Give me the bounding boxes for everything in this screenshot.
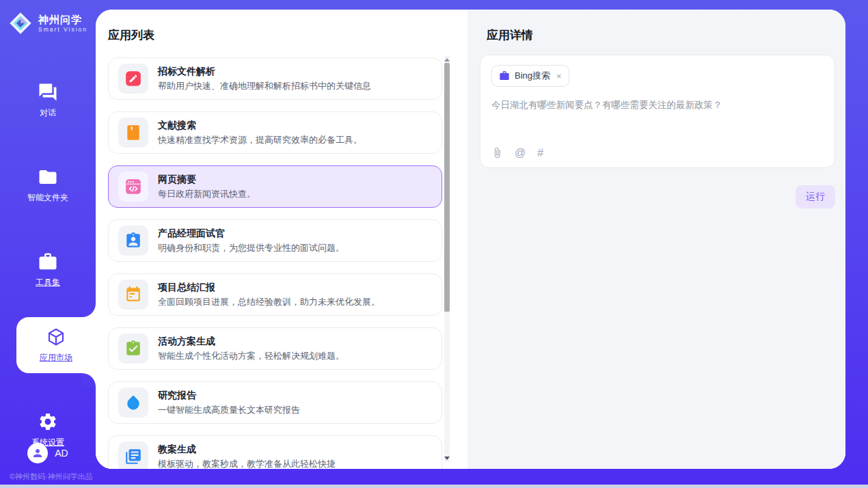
prompt-text[interactable]: 今日湖北有哪些新闻要点？有哪些需要关注的最新政策？ bbox=[491, 99, 824, 111]
prompt-card: Bing搜索 × 今日湖北有哪些新闻要点？有哪些需要关注的最新政策？ @ # bbox=[480, 55, 835, 168]
briefcase-icon bbox=[499, 70, 510, 81]
app-card[interactable]: 研究报告 一键智能生成高质量长文本研究报告 bbox=[108, 381, 442, 424]
input-toolbar: @ # bbox=[491, 147, 543, 159]
app-card-description: 帮助用户快速、准确地理解和解析招标书中的关键信息 bbox=[158, 80, 371, 92]
scroll-up-arrow-icon[interactable] bbox=[444, 58, 450, 62]
app-card-description: 明确身份和职责，为您提供专业性的面试问题。 bbox=[158, 242, 344, 254]
attachment-icon[interactable] bbox=[491, 147, 503, 159]
app-card-description: 一键智能生成高质量长文本研究报告 bbox=[158, 404, 300, 416]
app-detail-title: 应用详情 bbox=[487, 27, 533, 43]
app-card-icon-box bbox=[118, 334, 148, 364]
app-cards: 招标文件解析 帮助用户快速、准确地理解和解析招标书中的关键信息 文献搜索 快速精… bbox=[108, 57, 442, 469]
app-card-title: 研究报告 bbox=[158, 390, 300, 402]
app-card-title: 活动方案生成 bbox=[158, 336, 344, 348]
avatar[interactable] bbox=[27, 443, 48, 463]
sidebar-item-icon bbox=[38, 82, 58, 103]
app-card-description: 全面回顾项目进展，总结经验教训，助力未来优化发展。 bbox=[158, 296, 380, 308]
app-card-icon bbox=[124, 232, 142, 249]
run-button[interactable]: 运行 bbox=[796, 185, 835, 208]
app-card-icon bbox=[124, 70, 142, 87]
app-card-description: 每日政府新闻资讯快查。 bbox=[158, 188, 256, 200]
sidebar-nav: 对话 智能文件夹 工具集 应用市场 bbox=[0, 63, 96, 458]
app-list-title: 应用列表 bbox=[108, 27, 154, 43]
sidebar-item-icon bbox=[38, 167, 58, 187]
app-card-icon bbox=[124, 340, 142, 357]
app-card-icon bbox=[124, 124, 142, 141]
user-name: AD bbox=[55, 448, 68, 459]
sidebar: 神州问学 Smart Vision 对话 智能文件夹 bbox=[0, 0, 96, 488]
sidebar-item[interactable]: 对话 bbox=[0, 63, 96, 128]
app-card-icon-box bbox=[118, 226, 148, 256]
brand-logo-icon bbox=[8, 11, 33, 36]
chip-close-icon[interactable]: × bbox=[556, 71, 562, 81]
copyright-footer: ©神州数码·神州问学出品 bbox=[10, 472, 93, 482]
app-card-icon bbox=[124, 394, 142, 411]
app-card-icon-box bbox=[118, 172, 148, 202]
app-card[interactable]: 教案生成 模板驱动，教案秒成，教学准备从此轻松快捷 bbox=[108, 435, 442, 469]
app-list-section: 应用列表 招标文件解析 帮助用户快速、准确地理解和解析招标书中的关键信息 bbox=[96, 10, 467, 469]
scrollbar-track[interactable] bbox=[444, 56, 450, 462]
scrollbar-thumb[interactable] bbox=[444, 63, 450, 312]
brand-name: 神州问学 bbox=[38, 14, 87, 25]
app-card[interactable]: 项目总结汇报 全面回顾项目进展，总结经验教训，助力未来优化发展。 bbox=[108, 273, 442, 316]
tool-chip-bing-search[interactable]: Bing搜索 × bbox=[491, 65, 569, 87]
app-card-title: 教案生成 bbox=[158, 444, 336, 456]
app-card-icon-box bbox=[118, 118, 148, 148]
mention-icon[interactable]: @ bbox=[515, 148, 526, 159]
sidebar-item[interactable]: 智能文件夹 bbox=[0, 148, 96, 213]
app-card[interactable]: 文献搜索 快速精准查找学术资源，提高研究效率的必备工具。 bbox=[108, 111, 442, 154]
app-card-icon-box bbox=[118, 280, 148, 310]
tool-chip-label: Bing搜索 bbox=[515, 70, 550, 82]
app-card-description: 智能生成个性化活动方案，轻松解决规划难题。 bbox=[158, 350, 344, 362]
brand: 神州问学 Smart Vision bbox=[0, 0, 96, 36]
app-card-icon bbox=[124, 178, 142, 195]
hashtag-icon[interactable]: # bbox=[537, 148, 543, 159]
app-card-icon-box bbox=[118, 388, 148, 418]
sidebar-item-label: 智能文件夹 bbox=[27, 192, 68, 204]
sidebar-item[interactable]: 工具集 bbox=[0, 232, 96, 298]
person-icon bbox=[31, 447, 44, 459]
app-card-title: 网页摘要 bbox=[158, 174, 256, 186]
app-detail-section: 应用详情 Bing搜索 × 今日湖北有哪些新闻要点？有哪些需要关注的最新政策？ … bbox=[467, 10, 845, 469]
sidebar-item-icon bbox=[46, 327, 66, 347]
user-row[interactable]: AD bbox=[0, 443, 96, 463]
sidebar-item-label: 对话 bbox=[40, 107, 56, 119]
sidebar-item-label: 工具集 bbox=[36, 277, 60, 288]
scroll-down-arrow-icon[interactable] bbox=[444, 457, 450, 460]
sidebar-item-icon bbox=[38, 252, 58, 272]
sidebar-item-icon bbox=[38, 411, 58, 432]
app-card[interactable]: 网页摘要 每日政府新闻资讯快查。 bbox=[108, 165, 442, 208]
app-card[interactable]: 活动方案生成 智能生成个性化活动方案，轻松解决规划难题。 bbox=[108, 327, 442, 370]
brand-subtitle: Smart Vision bbox=[38, 26, 87, 33]
app-card[interactable]: 招标文件解析 帮助用户快速、准确地理解和解析招标书中的关键信息 bbox=[108, 57, 442, 100]
app-card-icon-box bbox=[118, 64, 148, 94]
sidebar-item-label: 应用市场 bbox=[40, 352, 72, 364]
main-panel: 应用列表 招标文件解析 帮助用户快速、准确地理解和解析招标书中的关键信息 bbox=[96, 10, 845, 469]
active-curve-top bbox=[82, 303, 96, 317]
app-card-title: 产品经理面试官 bbox=[158, 228, 344, 240]
app-card-title: 招标文件解析 bbox=[158, 66, 371, 78]
run-row: 运行 bbox=[796, 185, 835, 208]
bottom-edge-strip bbox=[0, 485, 868, 488]
sidebar-item[interactable]: 应用市场 bbox=[16, 317, 96, 373]
app-card-description: 快速精准查找学术资源，提高研究效率的必备工具。 bbox=[158, 134, 362, 146]
app-card[interactable]: 产品经理面试官 明确身份和职责，为您提供专业性的面试问题。 bbox=[108, 219, 442, 262]
app-card-icon-box bbox=[118, 442, 148, 469]
app-card-description: 模板驱动，教案秒成，教学准备从此轻松快捷 bbox=[158, 458, 336, 470]
app-card-title: 项目总结汇报 bbox=[158, 282, 380, 294]
active-curve-bottom bbox=[82, 373, 96, 387]
app-card-icon bbox=[124, 448, 142, 465]
app-card-icon bbox=[124, 286, 142, 303]
app-card-title: 文献搜索 bbox=[158, 120, 362, 132]
